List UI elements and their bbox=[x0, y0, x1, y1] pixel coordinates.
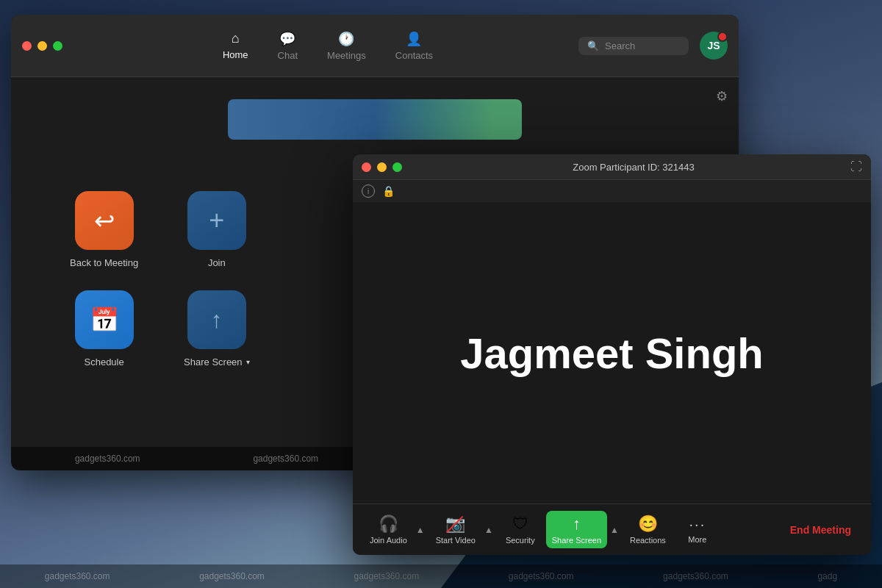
share-screen-wrap: ↑ Share Screen ▲ bbox=[546, 511, 620, 548]
home-tab-label: Home bbox=[223, 49, 248, 60]
meetings-tab-label: Meetings bbox=[327, 50, 366, 61]
meeting-maximize-button[interactable] bbox=[392, 162, 402, 172]
share-screen-item[interactable]: ↑ Share Screen ▾ bbox=[182, 290, 251, 368]
share-screen-label-wrap: Share Screen ▾ bbox=[184, 356, 250, 368]
back-to-meeting-button[interactable]: ↩ bbox=[75, 191, 134, 250]
schedule-item[interactable]: 📅 Schedule bbox=[70, 290, 138, 368]
share-icon: ↑ bbox=[573, 514, 581, 534]
video-preview-bar bbox=[228, 99, 522, 140]
security-label: Security bbox=[506, 536, 535, 545]
shield-icon: 🛡 bbox=[512, 514, 528, 534]
headphone-icon: 🎧 bbox=[379, 514, 398, 534]
contacts-tab-label: Contacts bbox=[395, 50, 433, 61]
search-icon: 🔍 bbox=[587, 40, 599, 51]
contacts-icon: 👤 bbox=[406, 31, 422, 47]
meeting-toolbar: 🎧 Join Audio ▲ 📷 Start Video ▲ 🛡 Securit… bbox=[353, 503, 871, 555]
schedule-button[interactable]: 📅 bbox=[75, 290, 134, 349]
lock-icon: 🔒 bbox=[382, 185, 395, 197]
join-button[interactable]: + bbox=[187, 191, 246, 250]
more-button[interactable]: ··· More bbox=[675, 512, 720, 548]
desktop-watermark-2: gadgets360.com bbox=[199, 571, 265, 581]
start-video-button[interactable]: 📷 Start Video bbox=[430, 511, 481, 548]
clock-icon: 🕐 bbox=[338, 31, 354, 47]
desktop-watermark-1: gadgets360.com bbox=[45, 571, 110, 581]
minimize-button[interactable] bbox=[37, 41, 47, 51]
info-icon[interactable]: i bbox=[362, 184, 375, 198]
share-screen-toolbar-label: Share Screen bbox=[552, 536, 601, 545]
share-screen-button[interactable]: ↑ bbox=[187, 290, 246, 349]
end-meeting-label: End Meeting bbox=[790, 524, 851, 536]
home-icon: ⌂ bbox=[232, 31, 240, 46]
desktop-watermark-3: gadgets360.com bbox=[354, 571, 419, 581]
back-to-meeting-label: Back to Meeting bbox=[70, 257, 138, 268]
meeting-minimize-button[interactable] bbox=[377, 162, 387, 172]
settings-icon[interactable]: ⚙ bbox=[716, 88, 728, 104]
maximize-button[interactable] bbox=[53, 41, 62, 51]
join-label: Join bbox=[208, 257, 226, 268]
expand-icon[interactable]: ⛶ bbox=[850, 160, 862, 173]
search-box[interactable]: 🔍 Search bbox=[578, 37, 689, 55]
join-audio-chevron[interactable]: ▲ bbox=[415, 525, 426, 535]
participant-name: Jagmeet Singh bbox=[460, 329, 764, 378]
back-arrow-icon: ↩ bbox=[94, 206, 115, 235]
emoji-icon: 😊 bbox=[638, 514, 658, 534]
window-controls bbox=[22, 41, 62, 51]
join-audio-button[interactable]: 🎧 Join Audio bbox=[364, 511, 413, 548]
tab-home[interactable]: ⌂ Home bbox=[223, 31, 248, 60]
share-screen-label: Share Screen bbox=[184, 356, 243, 368]
reactions-label: Reactions bbox=[630, 536, 666, 545]
schedule-label: Schedule bbox=[85, 356, 124, 368]
zoom-main-titlebar: ⌂ Home 💬 Chat 🕐 Meetings 👤 Contacts 🔍 Se… bbox=[11, 15, 739, 77]
nav-right: 🔍 Search JS bbox=[578, 32, 728, 60]
reactions-button[interactable]: 😊 Reactions bbox=[624, 511, 672, 548]
end-meeting-button[interactable]: End Meeting bbox=[781, 518, 860, 542]
meeting-titlebar: Zoom Participant ID: 321443 ⛶ bbox=[353, 154, 871, 180]
meeting-close-button[interactable] bbox=[362, 162, 371, 172]
desktop-watermark-bar: gadgets360.com gadgets360.com gadgets360… bbox=[0, 564, 882, 588]
meeting-title: Zoom Participant ID: 321443 bbox=[417, 162, 850, 173]
more-label: More bbox=[688, 535, 706, 544]
join-audio-wrap: 🎧 Join Audio ▲ bbox=[364, 511, 426, 548]
security-button[interactable]: 🛡 Security bbox=[498, 511, 542, 548]
plus-icon: + bbox=[209, 205, 224, 236]
meeting-window-controls bbox=[362, 162, 402, 172]
more-icon: ··· bbox=[689, 516, 706, 533]
upload-icon: ↑ bbox=[211, 306, 223, 334]
back-to-meeting-item[interactable]: ↩ Back to Meeting bbox=[70, 191, 138, 268]
tab-chat[interactable]: 💬 Chat bbox=[278, 31, 298, 61]
meeting-video-area: Jagmeet Singh bbox=[353, 202, 871, 503]
desktop-watermark-5: gadgets360.com bbox=[663, 571, 728, 581]
avatar-initials: JS bbox=[707, 40, 720, 51]
desktop-watermark-4: gadgets360.com bbox=[509, 571, 574, 581]
share-screen-toolbar-button[interactable]: ↑ Share Screen bbox=[546, 511, 607, 548]
start-video-wrap: 📷 Start Video ▲ bbox=[430, 511, 495, 548]
zoom-meeting-window: Zoom Participant ID: 321443 ⛶ i 🔒 Jagmee… bbox=[353, 154, 871, 555]
watermark-2: gadgets360.com bbox=[253, 453, 318, 464]
chat-icon: 💬 bbox=[279, 31, 295, 47]
share-screen-chevron[interactable]: ▲ bbox=[609, 525, 620, 535]
search-placeholder: Search bbox=[605, 40, 635, 51]
tab-meetings[interactable]: 🕐 Meetings bbox=[327, 31, 366, 61]
meeting-info-bar: i 🔒 bbox=[353, 180, 871, 202]
chevron-down-icon: ▾ bbox=[246, 358, 250, 366]
video-icon: 📷 bbox=[445, 514, 465, 534]
tab-contacts[interactable]: 👤 Contacts bbox=[395, 31, 433, 61]
start-video-label: Start Video bbox=[436, 536, 476, 545]
close-button[interactable] bbox=[22, 41, 32, 51]
avatar[interactable]: JS bbox=[700, 32, 728, 60]
desktop-watermark-6: gadg bbox=[817, 571, 837, 581]
join-item[interactable]: + Join bbox=[182, 191, 251, 268]
nav-tabs: ⌂ Home 💬 Chat 🕐 Meetings 👤 Contacts bbox=[77, 31, 578, 61]
watermark-1: gadgets360.com bbox=[75, 453, 140, 464]
start-video-chevron[interactable]: ▲ bbox=[483, 525, 495, 535]
calendar-icon: 📅 bbox=[90, 306, 119, 334]
chat-tab-label: Chat bbox=[278, 50, 298, 61]
app-grid: ↩ Back to Meeting + Join 📅 Schedule bbox=[26, 176, 295, 382]
join-audio-label: Join Audio bbox=[370, 536, 407, 545]
